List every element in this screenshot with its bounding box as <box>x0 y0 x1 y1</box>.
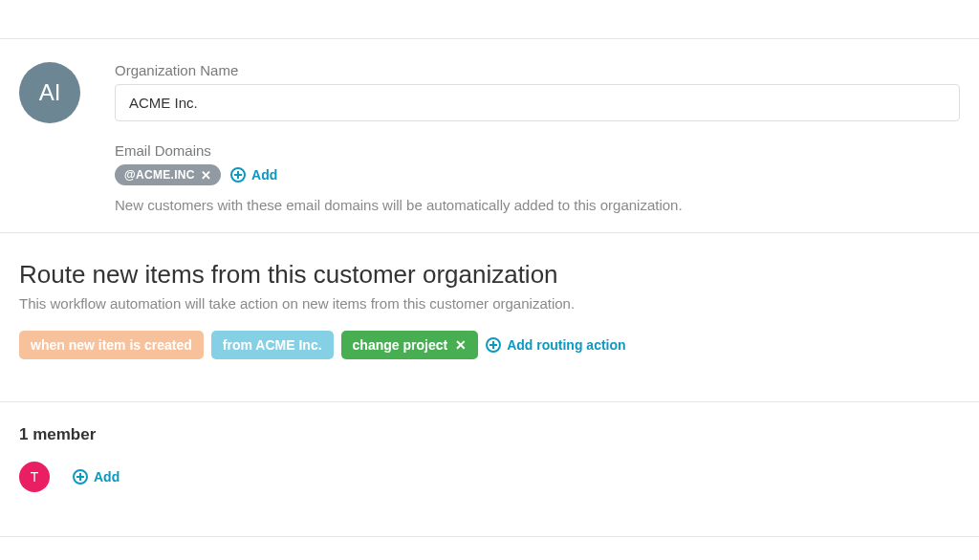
close-icon[interactable]: ✕ <box>201 169 211 182</box>
action-pill-label: change project <box>353 337 448 353</box>
trigger-pill[interactable]: when new item is created <box>19 331 204 359</box>
add-routing-action-label: Add routing action <box>507 337 625 353</box>
add-member-label: Add <box>94 469 120 485</box>
plus-circle-icon <box>230 167 246 183</box>
add-routing-action-button[interactable]: Add routing action <box>486 337 625 353</box>
add-domain-button[interactable]: Add <box>230 167 277 183</box>
close-icon[interactable]: ✕ <box>455 338 467 352</box>
domain-chip[interactable]: @ACME.INC ✕ <box>115 164 221 185</box>
members-count: 1 member <box>19 425 960 444</box>
add-domain-label: Add <box>251 167 277 183</box>
domain-helper-text: New customers with these email domains w… <box>115 197 960 213</box>
domain-chip-text: @ACME.INC <box>124 168 195 182</box>
route-title: Route new items from this customer organ… <box>19 260 960 290</box>
org-avatar: AI <box>19 62 80 123</box>
org-name-input[interactable] <box>115 84 960 121</box>
member-avatar[interactable]: T <box>19 462 50 492</box>
org-name-label: Organization Name <box>115 62 960 78</box>
plus-circle-icon <box>486 337 501 353</box>
action-pill[interactable]: change project ✕ <box>341 331 479 359</box>
add-member-button[interactable]: Add <box>73 469 120 485</box>
condition-pill-label: from ACME Inc. <box>223 337 322 353</box>
email-domains-label: Email Domains <box>115 142 960 159</box>
trigger-pill-label: when new item is created <box>31 337 192 353</box>
plus-circle-icon <box>73 469 88 485</box>
condition-pill[interactable]: from ACME Inc. <box>211 331 334 359</box>
route-subtitle: This workflow automation will take actio… <box>19 295 960 312</box>
